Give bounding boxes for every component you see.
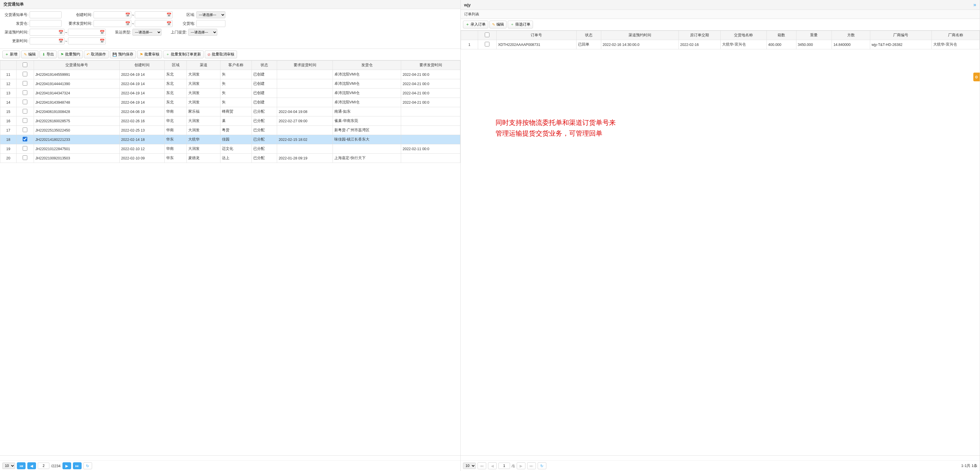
table-row[interactable]: 1XDTH2202AAAAP008731已回单2022-02-16 14:30:… <box>461 40 979 49</box>
table-row[interactable]: 15JH2204061910084282022-04-06 19华南家乐福锋商贸… <box>0 107 460 116</box>
row-checkbox[interactable] <box>23 155 27 160</box>
left-col-header[interactable] <box>16 61 34 70</box>
input-create-to[interactable] <box>135 11 173 18</box>
left-col-header[interactable] <box>0 61 17 70</box>
input-update-from[interactable] <box>30 37 64 45</box>
right-col-header[interactable]: 箱数 <box>767 31 796 40</box>
left-col-header[interactable]: 要求提货时间 <box>277 61 332 70</box>
right-table-wrap[interactable]: 订单号状态渠道预约时间原订单交期交货地名称箱数重量方数厂商编号厂商名称 1XDT… <box>461 30 980 456</box>
batch-copy-button[interactable]: ＋批量复制订单更新 <box>163 51 204 58</box>
add-button[interactable]: ＋新增 <box>2 51 20 58</box>
edit-order-button[interactable]: ✎编辑 <box>489 21 507 29</box>
table-row[interactable]: 11JH2204191445599912022-04-19 14东北大润发矢已创… <box>0 70 460 79</box>
left-col-header[interactable]: 状态 <box>251 61 277 70</box>
next-page-button[interactable]: ▶ <box>62 462 71 469</box>
right-col-header[interactable] <box>478 31 497 40</box>
refresh-button[interactable]: ↻ <box>538 462 546 469</box>
row-checkbox[interactable] <box>23 72 27 76</box>
table-row[interactable]: 17JH2202251350224502022-02-25 13华南大润发粤货已… <box>0 126 460 135</box>
right-col-header[interactable]: 状态 <box>577 31 601 40</box>
right-col-header[interactable]: 原订单交期 <box>679 31 720 40</box>
filter-order-button[interactable]: ＋筛选订单 <box>508 21 533 29</box>
cell-req-pickup <box>277 144 332 154</box>
right-col-header[interactable]: 方数 <box>832 31 870 40</box>
left-table-wrap[interactable]: 交货通知单号创建时间区域渠道客户名称状态要求提货时间发货仓要求发货时间 11JH… <box>0 60 460 456</box>
batch-review-button[interactable]: ⚑批量审核 <box>137 51 162 58</box>
page-input[interactable] <box>38 463 49 469</box>
input-delivery-loc[interactable] <box>196 20 225 27</box>
side-settings-tab[interactable]: ⚙ <box>973 73 980 81</box>
select-door-pickup[interactable]: ---请选择--- <box>188 29 217 36</box>
table-row[interactable]: 13JH2204191443473242022-04-19 14东北大润发矢已创… <box>0 89 460 98</box>
input-create-from[interactable] <box>94 11 131 18</box>
label-load-type: 装运类型: <box>111 30 131 35</box>
select-all-checkbox[interactable] <box>485 32 489 37</box>
page-input[interactable] <box>498 463 510 469</box>
right-col-header[interactable]: 交货地名称 <box>720 31 767 40</box>
input-warehouse[interactable] <box>30 20 62 27</box>
table-row[interactable]: 12JH2204191444413902022-04-19 14东北大润发矢已创… <box>0 79 460 89</box>
left-title-text: 交货通知单 <box>3 2 24 7</box>
right-col-header[interactable]: 厂商编号 <box>870 31 931 40</box>
input-reserve-to[interactable] <box>68 29 106 36</box>
input-notice-no[interactable] <box>30 11 62 18</box>
cell-customer: 粤货 <box>220 126 251 135</box>
right-col-header[interactable]: 厂商名称 <box>931 31 979 40</box>
prev-page-button[interactable]: ◀ <box>488 462 497 469</box>
input-req-to[interactable] <box>135 20 173 27</box>
row-checkbox[interactable] <box>23 118 27 123</box>
batch-cancel-button[interactable]: ⊘批量取消审核 <box>205 51 237 58</box>
pre-save-button[interactable]: 💾预约保存 <box>110 51 136 58</box>
input-update-to[interactable] <box>68 37 106 45</box>
left-col-header[interactable]: 客户名称 <box>220 61 251 70</box>
row-checkbox[interactable] <box>485 42 489 46</box>
table-row[interactable]: 16JH2202261600285752022-02-26 16华北大润发巢已分… <box>0 116 460 126</box>
table-row[interactable]: 18JH2202141802212332022-02-14 18华东大统华佳园已… <box>0 135 460 144</box>
page-size-select[interactable]: 10 <box>2 463 15 469</box>
left-col-header[interactable]: 区域 <box>165 61 187 70</box>
row-checkbox[interactable] <box>23 109 27 113</box>
edit-button[interactable]: ✎编辑 <box>21 51 38 58</box>
input-reserve-from[interactable] <box>30 29 64 36</box>
left-col-header[interactable]: 要求发货时间 <box>401 61 460 70</box>
left-col-header[interactable]: 交货通知单号 <box>34 61 119 70</box>
first-page-button[interactable]: ⏮ <box>477 462 486 469</box>
batch-reserve-button[interactable]: ⚑批量预约 <box>58 51 83 58</box>
select-all-checkbox[interactable] <box>23 62 27 67</box>
input-req-from[interactable] <box>94 20 131 27</box>
row-checkbox[interactable] <box>23 137 27 142</box>
table-row[interactable]: 19JH2202101228475012022-02-10 12华南大润发迈文化… <box>0 144 460 154</box>
row-checkbox[interactable] <box>23 146 27 151</box>
cell-create-time: 2022-04-19 14 <box>119 98 165 107</box>
left-col-header[interactable]: 发货仓 <box>332 61 401 70</box>
right-hscroll[interactable] <box>461 456 980 460</box>
row-checkbox[interactable] <box>23 100 27 104</box>
cancel-op-button[interactable]: ↶取消操作 <box>84 51 109 58</box>
last-page-button[interactable]: ⏭ <box>527 462 536 469</box>
page-size-select[interactable]: 10 <box>463 463 476 469</box>
right-col-header[interactable]: 重量 <box>796 31 832 40</box>
right-col-header[interactable]: 订单号 <box>496 31 576 40</box>
table-row[interactable]: 20JH2202100920135032022-02-10 09华东麦德龙达上已… <box>0 154 460 163</box>
enter-order-button[interactable]: ＋录入订单 <box>463 21 488 29</box>
right-col-header[interactable]: 渠道预约时间 <box>601 31 679 40</box>
left-hscroll[interactable] <box>0 456 460 460</box>
next-page-button[interactable]: ▶ <box>517 462 525 469</box>
row-checkbox[interactable] <box>23 81 27 86</box>
collapse-icon[interactable]: » <box>973 2 976 8</box>
table-row[interactable]: 14JH2204191439487482022-04-19 14东北大润发矢已创… <box>0 98 460 107</box>
right-col-header[interactable] <box>461 31 478 40</box>
cell-notice-no: JH220419144441390 <box>34 79 119 89</box>
left-col-header[interactable]: 创建时间 <box>119 61 165 70</box>
refresh-button[interactable]: ↻ <box>83 462 92 469</box>
select-region[interactable]: ---请选择--- <box>196 11 225 18</box>
row-checkbox[interactable] <box>23 90 27 95</box>
first-page-button[interactable]: ⏮ <box>17 462 25 469</box>
row-checkbox[interactable] <box>23 127 27 132</box>
select-load-type[interactable]: ---请选择--- <box>132 29 161 36</box>
last-page-button[interactable]: ⏭ <box>73 462 82 469</box>
prev-page-button[interactable]: ◀ <box>27 462 36 469</box>
export-button[interactable]: ⬇导出 <box>40 51 57 58</box>
row-checkbox-cell <box>16 135 34 144</box>
left-col-header[interactable]: 渠道 <box>187 61 220 70</box>
